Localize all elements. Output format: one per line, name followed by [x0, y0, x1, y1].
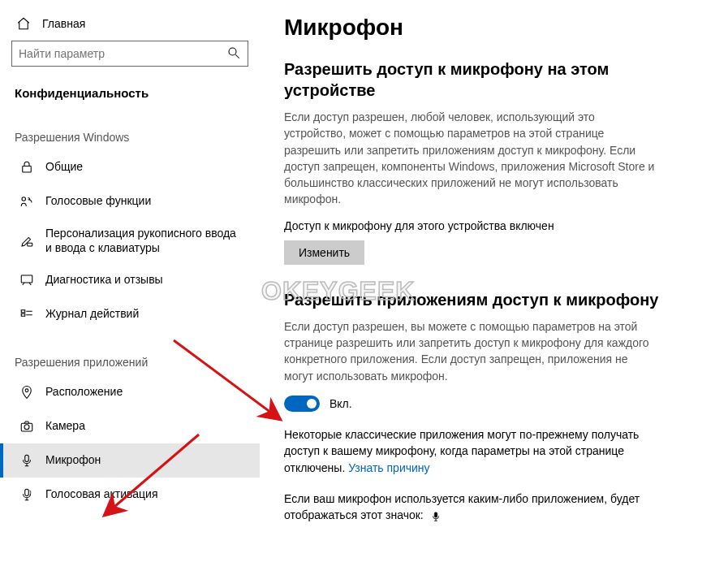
speech-icon — [19, 194, 34, 209]
activity-icon — [19, 307, 34, 322]
page-title: Микрофон — [284, 15, 704, 41]
svg-point-0 — [229, 48, 236, 55]
microphone-indicator-icon — [430, 510, 442, 521]
sidebar-item-camera[interactable]: Камера — [0, 409, 260, 443]
lock-icon — [19, 160, 34, 175]
svg-rect-12 — [25, 489, 29, 495]
svg-point-8 — [25, 389, 28, 392]
sidebar-item-inking[interactable]: Персонализация рукописного ввода и ввода… — [0, 218, 260, 263]
sidebar-item-label: Персонализация рукописного ввода и ввода… — [45, 227, 245, 255]
sidebar-item-label: Общие — [45, 160, 83, 175]
sidebar-item-diagnostics[interactable]: Диагностика и отзывы — [0, 263, 260, 297]
location-icon — [19, 385, 34, 400]
desktop-apps-note: Некоторые классические приложения могут … — [284, 426, 657, 476]
search-wrap — [0, 41, 260, 75]
content-pane: Микрофон Разрешить доступ к микрофону на… — [260, 0, 728, 588]
change-button[interactable]: Изменить — [284, 240, 364, 265]
svg-rect-13 — [434, 512, 437, 517]
section2-body: Если доступ разрешен, вы можете с помощь… — [284, 318, 657, 384]
learn-why-link[interactable]: Узнать причину — [348, 461, 429, 474]
svg-point-3 — [22, 197, 26, 201]
indicator-note: Если ваш микрофон используется каким-либ… — [284, 491, 657, 524]
sidebar-item-location[interactable]: Расположение — [0, 375, 260, 409]
search-icon — [226, 45, 241, 63]
section1-title: Разрешить доступ к микрофону на этом уст… — [284, 58, 704, 101]
section-app-perms: Разрешения приложений — [0, 331, 260, 375]
section1-body: Если доступ разрешен, любой человек, исп… — [284, 109, 657, 208]
sidebar-item-general[interactable]: Общие — [0, 150, 260, 184]
sidebar-item-microphone[interactable]: Микрофон — [0, 443, 260, 478]
feedback-icon — [19, 273, 34, 288]
svg-rect-2 — [23, 166, 32, 173]
apps-access-toggle[interactable] — [284, 396, 320, 412]
note-text: Некоторые классические приложения могут … — [284, 428, 639, 474]
sidebar-item-speech[interactable]: Голосовые функции — [0, 184, 260, 218]
svg-point-10 — [24, 425, 29, 430]
section2-title: Разрешить приложениям доступ к микрофону — [284, 289, 704, 310]
pen-icon — [19, 234, 34, 249]
svg-rect-11 — [25, 455, 29, 461]
sidebar-item-activity[interactable]: Журнал действий — [0, 297, 260, 331]
section-windows-perms: Разрешения Windows — [0, 106, 260, 150]
sidebar-item-label: Голосовые функции — [45, 194, 151, 209]
sidebar-item-label: Голосовая активация — [45, 487, 158, 502]
sidebar-item-label: Камера — [45, 419, 85, 434]
home-icon — [16, 16, 31, 31]
search-input[interactable] — [19, 47, 226, 60]
home-label: Главная — [42, 17, 85, 30]
sidebar-item-label: Диагностика и отзывы — [45, 273, 163, 288]
svg-rect-7 — [21, 313, 25, 316]
sidebar-item-label: Микрофон — [45, 453, 101, 468]
camera-icon — [19, 419, 34, 434]
toggle-state-label: Вкл. — [330, 397, 352, 410]
microphone-icon — [19, 453, 34, 468]
svg-rect-6 — [21, 310, 25, 313]
svg-rect-5 — [21, 275, 32, 283]
search-box[interactable] — [11, 41, 248, 67]
home-nav[interactable]: Главная — [0, 10, 260, 41]
indicator-text: Если ваш микрофон используется каким-либ… — [284, 492, 640, 521]
apps-access-toggle-row: Вкл. — [284, 396, 704, 412]
svg-line-1 — [235, 54, 239, 58]
sidebar-item-label: Расположение — [45, 385, 123, 400]
privacy-header: Конфиденциальность — [0, 75, 260, 106]
voice-activation-icon — [19, 487, 34, 502]
svg-rect-4 — [28, 243, 32, 246]
device-access-status: Доступ к микрофону для этого устройства … — [284, 219, 704, 232]
sidebar-item-label: Журнал действий — [45, 307, 139, 322]
sidebar-item-voice-activation[interactable]: Голосовая активация — [0, 478, 260, 512]
sidebar: Главная Конфиденциальность Разрешения Wi… — [0, 0, 260, 588]
